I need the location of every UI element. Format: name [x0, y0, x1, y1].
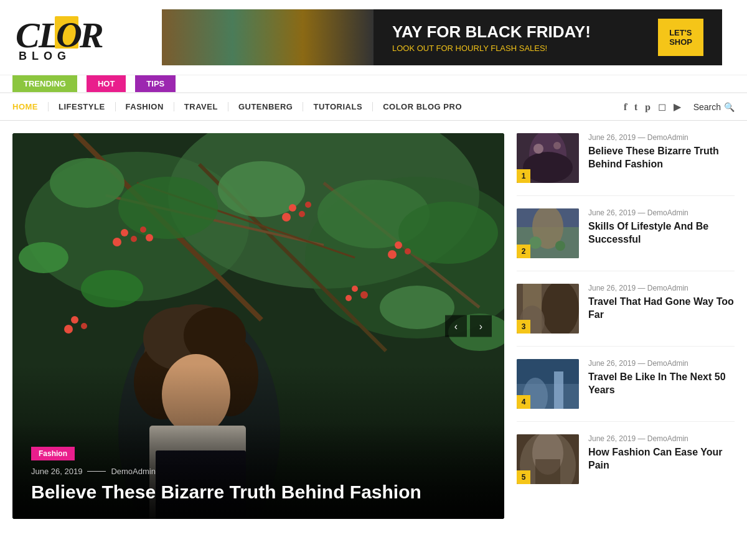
hero-category-badge[interactable]: Fashion [31, 447, 75, 460]
sidebar-content-5: June 26, 2019 — DemoAdmin How Fashion Ca… [588, 434, 735, 472]
sidebar-author-4: DemoAdmin [647, 359, 688, 368]
nav-gutenberg[interactable]: GUTENBERG [228, 102, 304, 111]
svg-text:O: O [56, 14, 82, 55]
svg-point-60 [529, 236, 542, 249]
sidebar-title-3[interactable]: Travel That Had Gone Way Too Far [588, 296, 735, 322]
tab-hot[interactable]: HOT [87, 75, 126, 92]
hero-title[interactable]: Believe These Bizarre Truth Behind Fashi… [31, 481, 486, 503]
sidebar-content-3: June 26, 2019 — DemoAdmin Travel That Ha… [588, 284, 735, 322]
sidebar-title-4[interactable]: Travel Be Like In The Next 50 Years [588, 371, 735, 397]
nav-tabs-bar: TRENDING HOT TIPS [0, 75, 747, 93]
sidebar-dash-5: — [637, 434, 647, 443]
hero-nav-buttons: ‹ › [445, 315, 492, 337]
nav-home[interactable]: HOME [12, 102, 49, 111]
sidebar-num-3: 3 [517, 320, 530, 334]
sidebar-meta-4: June 26, 2019 — DemoAdmin [588, 359, 735, 368]
svg-text:BLOG: BLOG [19, 50, 71, 62]
main-nav: HOME LIFESTYLE FASHION TRAVEL GUTENBERG … [0, 93, 747, 121]
hero-dash [87, 471, 106, 472]
promo-text: YAY FOR BLACK FRIDAY! LOOK OUT FOR HOURL… [392, 22, 658, 53]
sidebar-author-5: DemoAdmin [647, 434, 688, 443]
nav-travel[interactable]: TRAVEL [174, 102, 228, 111]
sidebar-content-2: June 26, 2019 — DemoAdmin Skills Of Life… [588, 208, 735, 246]
sidebar-date-5: June 26, 2019 [588, 434, 636, 443]
nav-color-blog-pro[interactable]: COLOR BLOG PRO [373, 102, 472, 111]
sidebar-thumb-3: 3 [517, 284, 579, 334]
youtube-icon[interactable]: ▶ [674, 101, 681, 113]
hero-date: June 26, 2019 [31, 467, 82, 476]
sidebar-title-5[interactable]: How Fashion Can Ease Your Pain [588, 446, 735, 472]
logo-svg[interactable]: C L O R BLOG [12, 11, 137, 64]
tab-trending[interactable]: TRENDING [12, 75, 77, 92]
nav-lifestyle[interactable]: LIFESTYLE [49, 102, 116, 111]
twitter-icon[interactable]: 𝐭 [634, 101, 637, 113]
svg-point-61 [555, 241, 565, 251]
sidebar-item-2: 2 June 26, 2019 — DemoAdmin Skills Of Li… [517, 208, 735, 271]
hero-slider: ‹ › Fashion June 26, 2019 DemoAdmin Beli… [12, 133, 504, 519]
sidebar-meta-5: June 26, 2019 — DemoAdmin [588, 434, 735, 443]
sidebar-title-1[interactable]: Believe These Bizarre Truth Behind Fashi… [588, 145, 735, 171]
instagram-icon[interactable]: ◻ [658, 101, 666, 113]
search-label: Search [693, 102, 721, 112]
sidebar-content-4: June 26, 2019 — DemoAdmin Travel Be Like… [588, 359, 735, 397]
hero-meta: June 26, 2019 DemoAdmin [31, 467, 486, 476]
sidebar-item-4: 4 June 26, 2019 — DemoAdmin Travel Be Li… [517, 359, 735, 422]
sidebar-item-5: 5 June 26, 2019 — DemoAdmin How Fashion … [517, 434, 735, 497]
main-nav-items: HOME LIFESTYLE FASHION TRAVEL GUTENBERG … [12, 102, 611, 111]
sidebar-author-3: DemoAdmin [647, 284, 688, 292]
svg-point-56 [553, 142, 561, 149]
svg-rect-73 [535, 459, 560, 484]
sidebar: 1 June 26, 2019 — DemoAdmin Believe Thes… [517, 133, 735, 519]
svg-point-64 [542, 284, 579, 334]
sidebar-date-2: June 26, 2019 [588, 208, 636, 217]
nav-fashion[interactable]: FASHION [116, 102, 174, 111]
sidebar-meta-3: June 26, 2019 — DemoAdmin [588, 284, 735, 292]
sidebar-author-1: DemoAdmin [647, 133, 688, 142]
svg-text:R: R [79, 15, 104, 55]
svg-point-54 [523, 152, 573, 183]
hero-overlay: Fashion June 26, 2019 DemoAdmin Believe … [12, 422, 504, 519]
sidebar-dash-2: — [637, 208, 647, 217]
nav-tutorials[interactable]: TUTORIALS [303, 102, 373, 111]
content-area: ‹ › Fashion June 26, 2019 DemoAdmin Beli… [0, 121, 747, 531]
search-button[interactable]: Search 🔍 [693, 102, 735, 112]
header: C L O R BLOG YAY FOR BLACK FRIDAY! LOOK … [0, 0, 747, 75]
svg-rect-69 [554, 371, 563, 409]
facebook-icon[interactable]: 𝐟 [624, 101, 627, 113]
banner-image [162, 9, 374, 65]
sidebar-thumb-1: 1 [517, 133, 579, 183]
tab-tips[interactable]: TIPS [135, 75, 176, 92]
hero-next-button[interactable]: › [470, 315, 492, 337]
sidebar-meta-1: June 26, 2019 — DemoAdmin [588, 133, 735, 142]
banner-area: YAY FOR BLACK FRIDAY! LOOK OUT FOR HOURL… [162, 9, 722, 65]
sidebar-meta-2: June 26, 2019 — DemoAdmin [588, 208, 735, 217]
shop-button[interactable]: LET'SSHOP [658, 19, 703, 56]
pinterest-icon[interactable]: 𝐩 [645, 101, 651, 113]
promo-banner: YAY FOR BLACK FRIDAY! LOOK OUT FOR HOURL… [374, 9, 722, 65]
sidebar-thumb-4: 4 [517, 359, 579, 409]
sidebar-author-2: DemoAdmin [647, 208, 688, 217]
sidebar-date-1: June 26, 2019 [588, 133, 636, 142]
sidebar-num-4: 4 [517, 395, 530, 409]
sidebar-dash-1: — [637, 133, 647, 142]
sidebar-thumb-2: 2 [517, 208, 579, 258]
nav-social-icons: 𝐟 𝐭 𝐩 ◻ ▶ [624, 101, 681, 113]
sidebar-num-2: 2 [517, 245, 530, 258]
sidebar-item-1: 1 June 26, 2019 — DemoAdmin Believe Thes… [517, 133, 735, 196]
hero-author: DemoAdmin [111, 467, 156, 476]
hero-prev-button[interactable]: ‹ [445, 315, 467, 337]
sidebar-dash-3: — [637, 284, 647, 292]
sidebar-item-3: 3 June 26, 2019 — DemoAdmin Travel That … [517, 284, 735, 347]
promo-sub: LOOK OUT FOR HOURLY FLASH SALES! [392, 44, 658, 53]
sidebar-content-1: June 26, 2019 — DemoAdmin Believe These … [588, 133, 735, 171]
logo-area: C L O R BLOG [12, 11, 149, 64]
svg-point-55 [533, 144, 543, 154]
search-icon[interactable]: 🔍 [724, 102, 735, 112]
sidebar-title-2[interactable]: Skills Of Lifestyle And Be Successful [588, 220, 735, 246]
sidebar-date-3: June 26, 2019 [588, 284, 636, 292]
sidebar-date-4: June 26, 2019 [588, 359, 636, 368]
sidebar-num-5: 5 [517, 470, 530, 484]
sidebar-num-1: 1 [517, 169, 530, 183]
promo-title: YAY FOR BLACK FRIDAY! [392, 22, 658, 42]
sidebar-dash-4: — [637, 359, 647, 368]
